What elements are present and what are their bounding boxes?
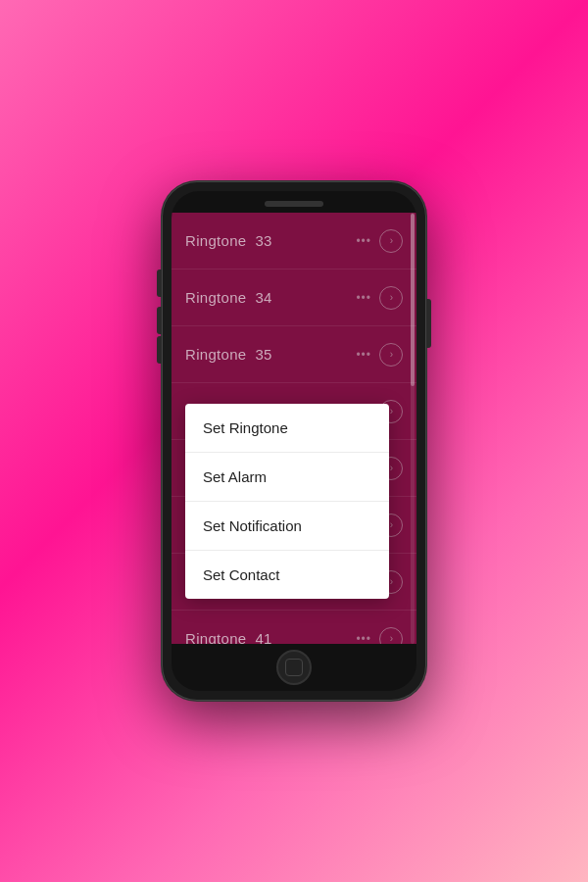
context-menu-item-2[interactable]: Set Alarm — [185, 453, 389, 502]
context-menu-item-4[interactable]: Set Contact — [185, 551, 389, 599]
context-menu-item-3[interactable]: Set Notification — [185, 502, 389, 551]
speaker — [265, 201, 323, 207]
phone-screen-wrapper: Ringtone 33 ••• › Ringtone 34 ••• › Ring… — [172, 191, 416, 691]
home-button[interactable] — [276, 650, 312, 685]
context-menu: Set RingtoneSet AlarmSet NotificationSet… — [185, 404, 389, 599]
phone-screen: Ringtone 33 ••• › Ringtone 34 ••• › Ring… — [172, 213, 416, 644]
context-menu-item-1[interactable]: Set Ringtone — [185, 404, 389, 453]
phone-device: Ringtone 33 ••• › Ringtone 34 ••• › Ring… — [162, 181, 426, 701]
home-button-inner — [285, 659, 303, 676]
context-overlay[interactable]: Set RingtoneSet AlarmSet NotificationSet… — [172, 213, 416, 644]
